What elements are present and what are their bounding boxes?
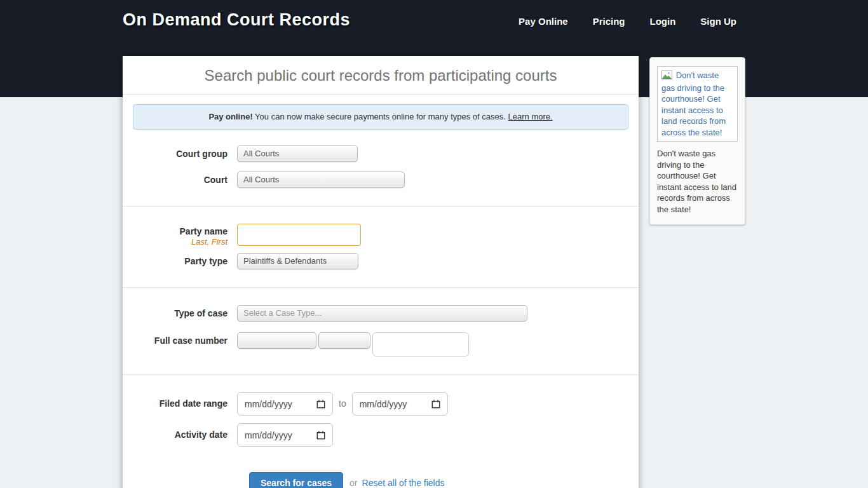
site-title[interactable]: On Demand Court Records: [123, 10, 350, 30]
search-card: Search public court records from partici…: [123, 56, 639, 488]
ad-caption: Don't waste gas driving to the courthous…: [657, 148, 738, 215]
party-name-input[interactable]: [237, 224, 361, 246]
case-number-part1-select[interactable]: [237, 332, 316, 349]
court-group-label: Court group: [133, 146, 237, 162]
activity-date-input[interactable]: mm/dd/yyyy: [237, 423, 333, 447]
party-name-row: Party name Last, First: [133, 224, 628, 247]
form-actions: Search for cases or Reset all of the fie…: [249, 472, 628, 488]
calendar-icon[interactable]: [316, 400, 325, 409]
court-label: Court: [133, 172, 237, 188]
party-type-label: Party type: [133, 253, 237, 269]
nav-login[interactable]: Login: [650, 16, 676, 27]
filed-date-label: Filed date range: [133, 392, 237, 416]
date-range-separator: to: [339, 392, 346, 416]
top-nav: Pay Online Pricing Login Sign Up: [519, 10, 745, 27]
calendar-icon[interactable]: [316, 431, 325, 440]
land-records-ad-widget: Don't waste gas driving to the courthous…: [649, 57, 745, 225]
or-text: or: [349, 478, 357, 488]
activity-date-row: Activity date mm/dd/yyyy: [133, 423, 628, 447]
case-type-label: Type of case: [133, 305, 237, 322]
case-number-part2-select[interactable]: [318, 332, 370, 349]
case-type-select[interactable]: Select a Case Type...: [237, 305, 527, 322]
case-type-row: Type of case Select a Case Type...: [133, 305, 628, 322]
nav-pay-online[interactable]: Pay Online: [519, 16, 568, 27]
case-number-part3-input[interactable]: [372, 332, 469, 356]
page-title: Search public court records from partici…: [129, 67, 632, 85]
filed-date-from-input[interactable]: mm/dd/yyyy: [237, 392, 333, 416]
case-number-label: Full case number: [133, 332, 237, 349]
court-select[interactable]: All Courts: [237, 172, 405, 188]
court-row: Court All Courts: [133, 172, 628, 188]
activity-date-value: mm/dd/yyyy: [245, 430, 292, 440]
ad-broken-image[interactable]: Don't waste gas driving to the courthous…: [657, 66, 738, 142]
section-divider: [123, 374, 639, 376]
section-divider: [123, 206, 639, 207]
activity-date-label: Activity date: [133, 423, 237, 447]
content: Search public court records from partici…: [123, 56, 745, 488]
nav-sign-up[interactable]: Sign Up: [700, 16, 736, 27]
search-for-cases-button[interactable]: Search for cases: [249, 472, 343, 488]
banner-text: You can now make secure payments online …: [253, 112, 508, 121]
calendar-icon[interactable]: [431, 400, 440, 409]
party-type-row: Party type Plaintiffs & Defendants: [133, 253, 628, 269]
broken-image-icon: [661, 72, 675, 81]
header: On Demand Court Records Pay Online Prici…: [123, 0, 745, 30]
reset-fields-link[interactable]: Reset all of the fields: [362, 478, 445, 488]
filed-date-from-value: mm/dd/yyyy: [245, 399, 292, 409]
filed-date-row: Filed date range mm/dd/yyyy to mm/dd/yyy…: [133, 392, 628, 416]
court-group-row: Court group All Courts: [133, 146, 628, 162]
nav-pricing[interactable]: Pricing: [593, 16, 625, 27]
filed-date-to-input[interactable]: mm/dd/yyyy: [352, 392, 448, 416]
court-group-select[interactable]: All Courts: [237, 146, 358, 162]
party-type-select[interactable]: Plaintiffs & Defendants: [237, 253, 358, 269]
party-name-label: Party name: [133, 226, 227, 236]
card-body: Pay online! You can now make secure paym…: [123, 95, 639, 488]
case-number-row: Full case number: [133, 332, 628, 356]
card-header: Search public court records from partici…: [123, 56, 639, 95]
party-name-hint: Last, First: [133, 237, 227, 247]
banner-bold-text: Pay online!: [208, 112, 252, 121]
pay-online-banner: Pay online! You can now make secure paym…: [133, 104, 628, 130]
filed-date-to-value: mm/dd/yyyy: [360, 399, 407, 409]
learn-more-link[interactable]: Learn more.: [508, 112, 553, 121]
section-divider: [123, 287, 639, 288]
